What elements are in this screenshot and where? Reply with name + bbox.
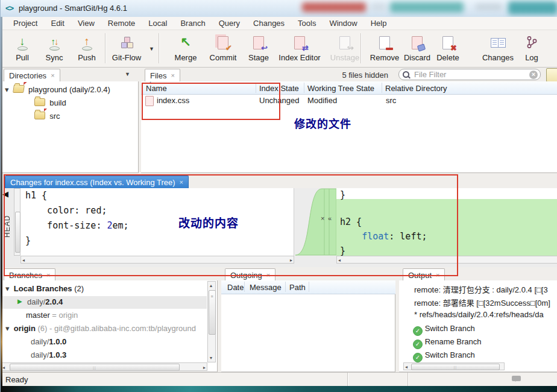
menu-help[interactable]: Help [364,19,394,28]
hidden-files-note: 5 files hidden [319,71,388,80]
commit-button[interactable]: Commit [204,34,242,63]
branch-daily-100-row[interactable]: daily/1.0.0 [31,336,66,348]
output-step: Switch Branch [413,324,475,336]
remove-button[interactable]: Remove [366,34,403,63]
menu-remote[interactable]: Remote [101,19,142,28]
files-tabbar: Files 5 files hidden [141,68,557,82]
column-header-message[interactable]: Message [250,283,282,292]
menu-window[interactable]: Window [323,19,363,28]
background-blur [476,4,502,10]
success-check-icon [413,326,423,336]
unstage-button[interactable]: Unstage [327,34,362,63]
index-editor-button[interactable]: Index Editor [273,34,326,63]
branch-prefix: daily/ [27,297,45,306]
notification-bubble-icon[interactable] [512,376,521,381]
merge-button[interactable]: Merge [168,34,203,63]
column-header-index-state[interactable]: Index State [259,84,299,93]
discard-change-icon[interactable]: × [321,215,324,222]
branch-version: 1.0.3 [49,350,66,359]
tree-item-src[interactable]: src [34,110,60,122]
changes-view-button[interactable]: Changes [479,34,517,63]
diff-right-pane: } h2 { float: left; } [336,188,557,256]
column-header-working-tree-state[interactable]: Working Tree State [307,84,374,93]
branch-daily-103-row[interactable]: daily/1.0.3 [31,349,66,361]
files-table-header: Name Index State Working Tree State Rela… [141,81,557,95]
selected-branch-row[interactable]: daily/2.0.4 [2,296,207,309]
log-button[interactable]: Log [519,34,544,63]
menu-edit[interactable]: Edit [44,19,71,28]
left-vertical-scrollbar[interactable] [14,188,20,256]
branch-version: 2.0.4 [45,297,63,306]
menu-changes[interactable]: Changes [247,19,291,28]
column-divider [285,282,286,292]
sync-button[interactable]: Sync [39,34,69,63]
current-branch-icon [17,298,22,305]
output-line: * refs/heads/daily/2.0.4:refs/heads/da [414,310,557,319]
column-divider [256,83,256,93]
menu-local[interactable]: Local [142,19,174,28]
tree-item-build[interactable]: build [34,97,66,109]
git-flow-dropdown-icon[interactable] [149,46,154,52]
column-divider [304,83,304,93]
directories-tabbar: Directories [1,68,139,82]
success-check-icon [413,353,423,362]
branch-master-row[interactable]: master = origin [26,309,207,321]
branch-alias: = origin [50,311,78,320]
output-step-label: Rename Branch [425,337,482,346]
menu-branch[interactable]: Branch [174,19,212,28]
branches-horizontal-scrollbar[interactable]: ⫶⫶ [1,362,207,371]
menu-tools[interactable]: Tools [291,19,323,28]
delete-icon [432,34,464,52]
stage-button[interactable]: Stage [244,34,273,63]
output-log: remote: 清理打包分支 : daily/2.0.4 [□[3 remote… [399,280,557,372]
git-flow-button[interactable]: Git-Flow [109,34,144,63]
left-horizontal-scrollbar[interactable] [20,256,294,264]
file-relative-directory: src [386,94,396,107]
pull-button[interactable]: Pull [9,34,36,63]
output-step-label: Switch Branch [425,324,475,333]
expander-icon[interactable] [5,324,10,333]
pull-icon [9,34,36,52]
column-header-relative-directory[interactable]: Relative Directory [385,84,447,93]
delete-button[interactable]: Delete [432,34,464,63]
merge-icon [168,34,203,52]
clear-filter-icon[interactable] [529,71,538,79]
tree-item-label: build [49,98,66,107]
column-divider [309,282,309,292]
current-change-marker-icon [2,189,8,198]
open-folder-icon [13,85,25,93]
directories-dropdown-icon[interactable] [125,71,130,77]
branches-origin-header[interactable]: origin (6) - git@gitlab.alibaba-inc.com:… [5,323,207,335]
branches-local-header[interactable]: Local Branches (2) [5,283,204,295]
column-header-name[interactable]: Name [146,84,167,93]
status-text: Ready [5,375,28,384]
apply-change-icon[interactable]: « [328,215,332,222]
file-row-index-css[interactable]: index.css Unchanged Modified src [141,94,557,107]
tree-item-playground[interactable]: playground (daily/2.0.4) [5,84,110,96]
push-button[interactable]: Push [73,34,101,63]
menu-bar: Project Edit View Remote Local Branch Qu… [1,17,557,30]
title-bar: playground - SmartGit/Hg 4.6.1 [1,0,557,17]
file-index-state: Unchanged [259,94,300,107]
column-header-date[interactable]: Date [227,283,244,292]
changes-tabbar: Changes for index.css (Index vs. Working… [1,174,557,189]
background-blur [390,2,464,13]
filter-options-button[interactable] [546,68,557,82]
file-filter-input[interactable] [413,69,529,80]
output-horizontal-scrollbar[interactable]: ⫶⫶ [403,362,505,370]
folder-icon [34,112,45,119]
discard-button[interactable]: Discard [400,34,435,63]
menu-project[interactable]: Project [7,19,44,28]
status-bar: Ready [1,372,557,387]
push-icon [73,34,101,52]
local-branches-label: Local Branches [14,284,72,293]
branches-vertical-scrollbar[interactable]: ≡ [207,281,216,362]
right-horizontal-scrollbar[interactable] [336,256,557,264]
folder-icon [34,98,45,106]
column-header-path[interactable]: Path [289,283,306,292]
expander-icon[interactable] [5,85,9,94]
menu-view[interactable]: View [71,19,101,28]
menu-query[interactable]: Query [212,19,247,28]
expander-icon[interactable] [5,284,10,293]
tree-item-label: src [49,112,60,121]
